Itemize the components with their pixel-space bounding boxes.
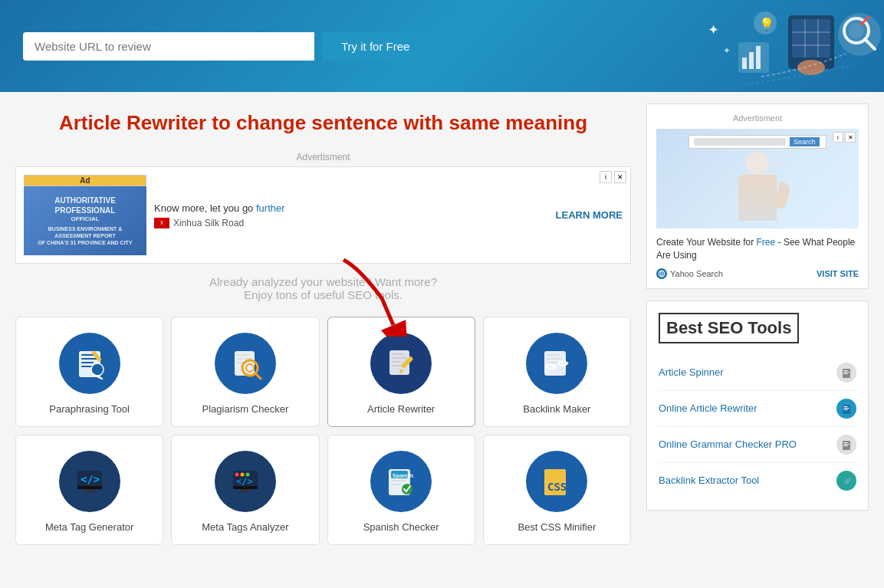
ad-content: Know more, let you go further X Xinhua S… (154, 202, 548, 228)
plagiarism-icon (215, 333, 276, 394)
svg-rect-80 (844, 408, 849, 409)
yahoo-globe-icon (656, 268, 667, 279)
svg-rect-53 (241, 489, 250, 492)
tool-label-plagiarism: Plagiarism Checker (202, 403, 289, 415)
try-free-button[interactable]: Try it for Free (322, 32, 429, 61)
svg-rect-81 (844, 409, 848, 410)
tools-grid: Paraphrasing Tool Plagiarism Checker (15, 317, 631, 427)
svg-line-15 (865, 39, 875, 49)
ad-link[interactable]: further (256, 202, 285, 214)
tool-card-plagiarism[interactable]: Plagiarism Checker (171, 317, 319, 427)
svg-rect-7 (792, 19, 830, 57)
right-sidebar: Advertisment Ad Search (646, 103, 869, 553)
svg-point-16 (849, 23, 864, 38)
svg-point-13 (838, 13, 881, 56)
url-input[interactable] (23, 32, 314, 61)
seo-tool-item-0[interactable]: Article Spinner (659, 355, 856, 391)
css-icon: CSS (526, 451, 587, 512)
yahoo-source: Yahoo Search (656, 268, 723, 279)
svg-rect-79 (844, 406, 848, 407)
tool-label-metatag: Meta Tag Generator (45, 521, 133, 533)
svg-text:💡: 💡 (759, 17, 774, 31)
header-decoration-svg: ✦ ✦ (562, 0, 884, 92)
ad-source: X Xinhua Silk Road (154, 218, 548, 228)
xinhua-logo: X (154, 218, 169, 228)
paraphrase-icon (59, 333, 120, 394)
svg-rect-77 (844, 373, 848, 374)
ad-image: AUTHORITATIVE PROFESSIONAL OFFICIAL BUSI… (24, 186, 146, 255)
tools-grid-row2: </> Meta Tag Generator </> (15, 435, 631, 545)
svg-rect-75 (844, 370, 848, 371)
metataganalyzer-icon: </> (215, 451, 276, 512)
svg-rect-5 (756, 46, 761, 69)
svg-rect-39 (392, 361, 401, 363)
header-decoration: ✦ ✦ (562, 0, 884, 92)
svg-rect-49 (85, 489, 94, 492)
tool-card-backlink[interactable]: Backlink Maker (483, 317, 631, 427)
ad-close-btn[interactable]: ✕ (614, 171, 626, 183)
tool-card-paraphrasing[interactable]: Paraphrasing Tool (15, 317, 163, 427)
svg-rect-84 (844, 444, 849, 445)
yahoo-source-text: Yahoo Search (670, 269, 723, 278)
sidebar-ad-label: Advertisment (656, 113, 859, 123)
left-content: Article Rewriter to change sentence with… (15, 103, 631, 553)
svg-rect-48 (77, 486, 102, 489)
svg-text:✦: ✦ (708, 22, 719, 38)
sidebar-ad-footer: Yahoo Search VISIT SITE (656, 268, 859, 279)
tool-label-rewriter: Article Rewriter (367, 403, 435, 415)
tool-label-metataganalyzer: Meta Tags Analyzer (202, 521, 288, 533)
metatag-icon: </> (59, 451, 120, 512)
seo-tool-item-2[interactable]: Online Grammar Checker PRO (659, 427, 856, 463)
ad-image-container: Ad AUTHORITATIVE PROFESSIONAL OFFICIAL B… (24, 175, 146, 255)
learn-more-link[interactable]: LEARN MORE (556, 209, 623, 221)
svg-text:CSS: CSS (547, 481, 567, 493)
svg-rect-76 (844, 372, 849, 373)
visit-site-link[interactable]: VISIT SITE (817, 269, 859, 278)
ad-source-text: Xinhua Silk Road (173, 218, 244, 228)
svg-rect-44 (547, 354, 559, 356)
svg-rect-3 (742, 57, 747, 69)
svg-line-35 (255, 373, 261, 379)
ad-controls: i ✕ (600, 171, 626, 183)
svg-rect-46 (547, 362, 557, 363)
ad-info-btn[interactable]: i (600, 171, 612, 183)
header-search-area: Try it for Free (23, 32, 429, 61)
svg-line-17 (861, 17, 869, 25)
seo-tool-link-0: Article Spinner (659, 366, 724, 378)
seo-tool-item-1[interactable]: Online Article Rewriter (659, 391, 856, 427)
svg-text:🔗: 🔗 (844, 478, 851, 485)
tool-label-css: Best CSS Minifier (518, 521, 596, 533)
header: Try it for Free ✦ ✦ (0, 0, 884, 92)
svg-rect-37 (392, 353, 404, 355)
svg-text:✦: ✦ (723, 45, 731, 56)
sidebar-ad-info-btn[interactable]: i (833, 132, 843, 143)
svg-point-14 (844, 18, 869, 43)
tool-card-css[interactable]: CSS Best CSS Minifier (483, 435, 631, 545)
sidebar-ad-desc: Create Your Website for Free - See What … (656, 236, 859, 262)
ad-title: Know more, let you go further (154, 202, 548, 214)
tool-card-metataganalyzer[interactable]: </> Meta Tags Analyzer (171, 435, 319, 545)
seo-tools-box: Best SEO Tools Article Spinner Online Ar… (646, 301, 869, 511)
svg-rect-2 (738, 42, 769, 73)
sidebar-ad-box: Advertisment Ad Search (646, 103, 869, 289)
tool-card-spanish[interactable]: Spanish Spanish Checker (327, 435, 475, 545)
seo-tool-item-3[interactable]: Backlink Extractor Tool 🔗 (659, 463, 856, 498)
svg-rect-85 (844, 445, 848, 446)
svg-rect-83 (844, 442, 848, 443)
rewriter-icon (370, 333, 432, 394)
desc-text: Already analyzed your website? Want more… (15, 275, 631, 301)
tool-card-metatag[interactable]: </> Meta Tag Generator (15, 435, 163, 545)
svg-rect-23 (81, 358, 98, 360)
seo-tool-badge-3: 🔗 (836, 471, 856, 491)
seo-tool-link-3: Backlink Extractor Tool (659, 475, 759, 486)
svg-text:Spanish: Spanish (393, 473, 413, 479)
seo-tool-badge-0 (836, 363, 856, 383)
svg-rect-4 (749, 52, 754, 69)
sidebar-ad-close-btn[interactable]: ✕ (845, 132, 856, 143)
tool-label-backlink: Backlink Maker (523, 403, 590, 415)
svg-rect-62 (391, 484, 402, 485)
spanish-icon: Spanish (370, 451, 432, 512)
svg-point-12 (797, 60, 825, 75)
sidebar-ad-free-link[interactable]: Free (757, 237, 776, 248)
ad-badge: Ad (24, 175, 146, 186)
